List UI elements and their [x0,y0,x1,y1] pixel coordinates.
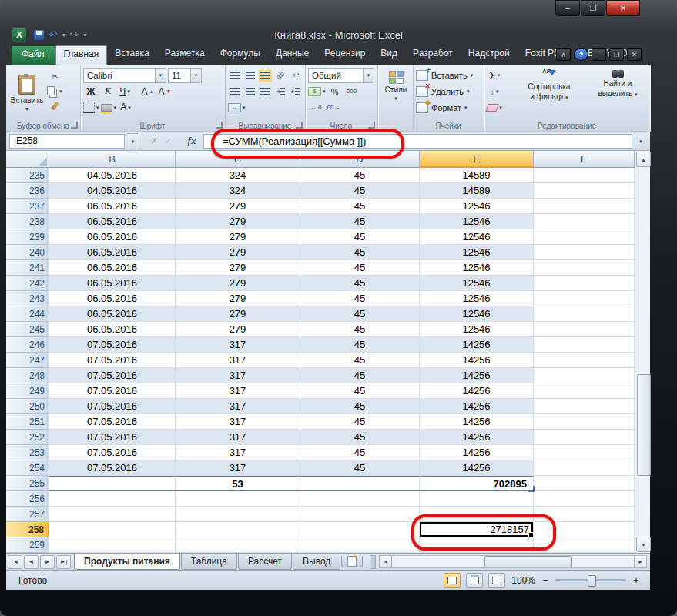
cell-E251[interactable]: 14256 [420,414,534,430]
fill-button[interactable]: ↓▾ [487,85,502,99]
cell-F247[interactable] [534,353,635,368]
restore-button[interactable]: ❐ [581,0,605,16]
cell-D240[interactable]: 45 [300,245,420,260]
ribbon-tab-5[interactable]: Рецензир [317,45,373,64]
cell-F249[interactable] [534,383,635,399]
cell-D238[interactable]: 45 [300,214,420,229]
cell-B238[interactable]: 06.05.2016 [49,214,176,229]
column-header-F[interactable]: F [534,151,635,168]
cell-C255[interactable]: 53 [176,476,300,491]
cell-B252[interactable]: 07.05.2016 [49,430,176,445]
cell-E250[interactable]: 14256 [420,399,534,414]
scroll-left-icon[interactable]: ◄ [380,556,392,567]
align-left-button[interactable] [228,85,242,99]
vertical-scrollbar[interactable]: ▲ ▼ [635,151,650,553]
horizontal-scroll-thumb[interactable] [484,556,572,567]
grow-font-button[interactable]: А▲ [140,85,156,99]
cell-F255[interactable] [534,476,635,491]
find-select-button[interactable]: Найти и выделить ▾ [587,68,649,119]
cell-E244[interactable]: 12546 [420,306,534,322]
select-all-corner[interactable] [6,151,49,168]
cell-B235[interactable]: 04.05.2016 [49,168,176,183]
row-header-256[interactable]: 256 [6,491,49,507]
workbook-close-icon[interactable]: ✕ [627,48,642,61]
shrink-font-button[interactable]: А▼ [157,85,173,99]
cell-C252[interactable]: 317 [176,430,300,445]
cell-D256[interactable] [300,491,420,507]
cell-E241[interactable]: 12546 [420,260,534,276]
cell-C254[interactable]: 317 [176,460,300,476]
row-header-251[interactable]: 251 [6,414,49,430]
cell-D239[interactable]: 45 [300,229,420,245]
ribbon-tab-0[interactable]: Главная [55,45,108,65]
first-sheet-icon[interactable]: |◄ [8,555,22,569]
font-dialog-launcher-icon[interactable] [216,122,223,129]
row-header-241[interactable]: 241 [6,260,49,276]
cell-B242[interactable]: 06.05.2016 [49,276,176,291]
cell-D236[interactable]: 45 [300,183,420,199]
cell-D245[interactable]: 45 [300,322,420,337]
cell-F246[interactable] [534,337,635,353]
font-color-button[interactable]: А▾ [118,101,133,115]
merge-center-button[interactable]: ↔▾ [228,101,246,115]
cell-C256[interactable] [176,491,300,507]
cell-B246[interactable]: 07.05.2016 [49,337,176,353]
row-header-236[interactable]: 236 [6,183,49,199]
cut-button[interactable]: ✂ [47,69,62,83]
horizontal-scrollbar[interactable]: ◄ ► [379,555,647,568]
cell-C250[interactable]: 317 [176,399,300,414]
cell-B254[interactable]: 07.05.2016 [49,460,176,476]
cell-F236[interactable] [534,183,635,199]
collapse-ribbon-icon[interactable]: ∧ [556,48,571,61]
cell-B249[interactable]: 07.05.2016 [49,383,176,399]
cell-F239[interactable] [534,229,635,245]
fill-color-button[interactable]: ▾ [101,101,117,115]
zoom-slider-thumb[interactable] [588,575,596,587]
row-header-259[interactable]: 259 [6,537,49,553]
cell-F237[interactable] [534,199,635,214]
row-header-254[interactable]: 254 [6,460,49,476]
number-dialog-launcher-icon[interactable] [368,122,375,129]
row-header-250[interactable]: 250 [6,399,49,414]
number-format-combo[interactable]: Общий ▾ [308,68,374,83]
copy-button[interactable]: ▾ [47,84,62,98]
cell-D259[interactable] [300,537,420,553]
cell-C236[interactable]: 324 [176,183,300,199]
comma-style-button[interactable]: 000 [344,85,360,99]
autosum-button[interactable]: Σ▾ [487,69,502,82]
cell-D257[interactable] [300,507,420,522]
sort-filter-button[interactable]: АЯ Сортировка и фильтр ▾ [513,68,585,119]
row-header-242[interactable]: 242 [6,276,49,291]
cell-F241[interactable] [534,260,635,276]
cell-C238[interactable]: 279 [176,214,300,229]
cell-F238[interactable] [534,214,635,229]
orientation-button[interactable]: ab [273,69,287,82]
percent-style-button[interactable]: % [327,85,343,99]
zoom-slider[interactable] [555,579,626,581]
ribbon-tab-1[interactable]: Вставка [107,45,157,64]
cell-D252[interactable]: 45 [300,430,420,445]
row-header-244[interactable]: 244 [6,306,49,322]
bold-button[interactable]: Ж [83,85,99,99]
alignment-dialog-launcher-icon[interactable] [296,122,303,129]
file-tab[interactable]: Файл [11,45,55,65]
increase-decimal-button[interactable]: ←,0 [308,101,323,115]
cell-E247[interactable]: 14256 [420,353,534,368]
sheet-tab-0[interactable]: Продукты питания [74,554,180,570]
scroll-down-icon[interactable]: ▼ [636,537,651,552]
column-header-B[interactable]: B [49,151,176,168]
cell-B251[interactable]: 07.05.2016 [49,414,176,430]
cell-F235[interactable] [534,168,635,183]
row-header-257[interactable]: 257 [6,507,49,522]
zoom-in-button[interactable]: + [632,574,641,586]
cell-C251[interactable]: 317 [176,414,300,430]
cell-D254[interactable]: 45 [300,460,420,476]
cell-F240[interactable] [534,245,635,260]
row-header-258[interactable]: 258 [6,522,49,537]
clear-button[interactable]: ▾ [487,101,502,115]
cell-B241[interactable]: 06.05.2016 [49,260,176,276]
cell-C246[interactable]: 317 [176,337,300,353]
insert-cells-button[interactable]: + Вставить▾ [416,68,481,82]
cell-E238[interactable]: 12546 [420,214,534,229]
cell-B243[interactable]: 06.05.2016 [49,291,176,306]
